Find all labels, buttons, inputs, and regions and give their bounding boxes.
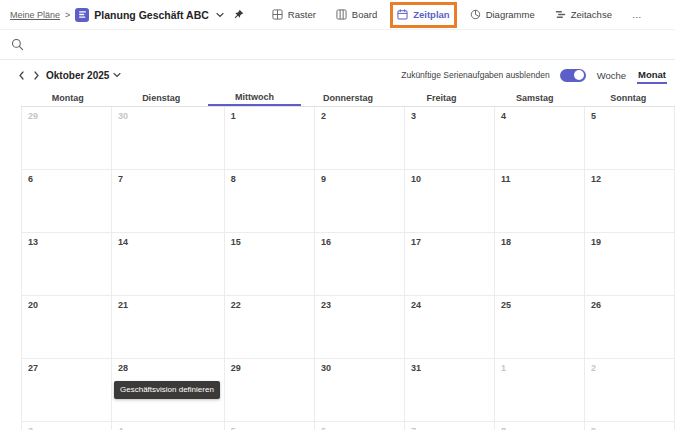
day-cell[interactable]: 4 xyxy=(112,422,225,430)
day-cell[interactable]: 6 xyxy=(315,422,405,430)
tab-zeitachse[interactable]: Zeitachse xyxy=(555,0,612,30)
date-number: 2 xyxy=(321,111,400,121)
date-number: 4 xyxy=(501,111,580,121)
day-cell[interactable]: 29 xyxy=(225,359,315,422)
day-cell[interactable]: 20 xyxy=(22,296,112,359)
date-number: 4 xyxy=(118,426,220,430)
day-header-dienstag: Dienstag xyxy=(114,90,207,106)
hide-recurring-label: Zukünftige Serienaufgaben ausblenden xyxy=(401,70,549,80)
day-cell[interactable]: 3 xyxy=(22,422,112,430)
date-number: 21 xyxy=(118,300,220,310)
next-month-chevron-right-icon[interactable] xyxy=(31,71,42,80)
tab-board[interactable]: Board xyxy=(336,0,377,30)
day-cell[interactable]: 5 xyxy=(585,107,675,170)
day-cell[interactable]: 24 xyxy=(405,296,495,359)
day-cell[interactable]: 27 xyxy=(22,359,112,422)
plan-menu-chevron-down-icon[interactable] xyxy=(214,12,226,18)
day-header-mittwoch-today: Mittwoch xyxy=(208,90,301,106)
day-cell[interactable]: 8 xyxy=(225,170,315,233)
date-number: 14 xyxy=(118,237,220,247)
day-cell[interactable]: 2 xyxy=(315,107,405,170)
date-number: 20 xyxy=(28,300,107,310)
day-cell[interactable]: 4 xyxy=(495,107,585,170)
active-tab-underline xyxy=(395,25,451,27)
prev-month-chevron-left-icon[interactable] xyxy=(16,71,27,80)
day-cell[interactable]: 31 xyxy=(405,359,495,422)
day-cell[interactable]: 7 xyxy=(112,170,225,233)
tab-raster-label: Raster xyxy=(288,9,316,20)
day-cell[interactable]: 3 xyxy=(405,107,495,170)
day-cell[interactable]: 16 xyxy=(315,233,405,296)
day-cell[interactable]: 9 xyxy=(585,422,675,430)
date-number: 11 xyxy=(501,174,580,184)
day-cell[interactable]: 30 xyxy=(315,359,405,422)
view-week-button[interactable]: Woche xyxy=(596,68,627,83)
date-number: 6 xyxy=(28,174,107,184)
tab-diagramme-label: Diagramme xyxy=(486,9,535,20)
view-month-button[interactable]: Monat xyxy=(637,67,667,84)
date-number: 24 xyxy=(411,300,490,310)
day-cell[interactable]: 28 Geschäftsvision definieren xyxy=(112,359,225,422)
day-cell[interactable]: 29 xyxy=(22,107,112,170)
date-number: 18 xyxy=(501,237,580,247)
date-number: 17 xyxy=(411,237,490,247)
day-cell[interactable]: 6 xyxy=(22,170,112,233)
day-cell[interactable]: 10 xyxy=(405,170,495,233)
day-cell[interactable]: 25 xyxy=(495,296,585,359)
day-cell[interactable]: 5 xyxy=(225,422,315,430)
date-number: 25 xyxy=(501,300,580,310)
date-number: 1 xyxy=(231,111,310,121)
day-cell[interactable]: 1 xyxy=(225,107,315,170)
plan-app-icon xyxy=(75,8,89,22)
date-number: 27 xyxy=(28,363,107,373)
day-header-samstag: Samstag xyxy=(488,90,581,106)
day-cell[interactable]: 7 xyxy=(405,422,495,430)
tab-zeitplan[interactable]: Zeitplan xyxy=(397,0,449,30)
day-cell[interactable]: 21 xyxy=(112,296,225,359)
date-number: 3 xyxy=(28,426,107,430)
date-number: 9 xyxy=(591,426,670,430)
day-cell[interactable]: 14 xyxy=(112,233,225,296)
day-cell[interactable]: 18 xyxy=(495,233,585,296)
search-icon[interactable] xyxy=(9,38,26,51)
toggle-knob xyxy=(574,70,584,80)
calendar-icon xyxy=(397,9,408,20)
date-number: 23 xyxy=(321,300,400,310)
day-cell[interactable]: 22 xyxy=(225,296,315,359)
search-bar xyxy=(0,30,675,60)
day-cell[interactable]: 13 xyxy=(22,233,112,296)
tab-diagramme[interactable]: Diagramme xyxy=(470,0,535,30)
date-number: 2 xyxy=(591,363,670,373)
day-cell[interactable]: 17 xyxy=(405,233,495,296)
breadcrumb-my-plans-link[interactable]: Meine Pläne xyxy=(10,10,60,20)
day-cell[interactable]: 23 xyxy=(315,296,405,359)
tab-more[interactable]: … xyxy=(632,0,642,30)
date-number: 15 xyxy=(231,237,310,247)
day-header-sonntag: Sonntag xyxy=(582,90,675,106)
date-number: 10 xyxy=(411,174,490,184)
day-cell[interactable]: 26 xyxy=(585,296,675,359)
timeline-icon xyxy=(555,9,566,20)
date-number: 7 xyxy=(118,174,220,184)
day-cell[interactable]: 9 xyxy=(315,170,405,233)
date-number: 1 xyxy=(501,363,580,373)
day-cell[interactable]: 11 xyxy=(495,170,585,233)
day-header-montag: Montag xyxy=(21,90,114,106)
date-number: 9 xyxy=(321,174,400,184)
day-cell[interactable]: 1 xyxy=(495,359,585,422)
period-label: Oktober 2025 xyxy=(46,70,109,81)
tab-board-label: Board xyxy=(352,9,377,20)
period-selector[interactable]: Oktober 2025 xyxy=(46,70,121,81)
hide-recurring-toggle[interactable] xyxy=(560,69,586,82)
task-chip[interactable]: Geschäftsvision definieren xyxy=(114,381,220,399)
day-cell[interactable]: 19 xyxy=(585,233,675,296)
day-cell[interactable]: 12 xyxy=(585,170,675,233)
day-cell[interactable]: 2 xyxy=(585,359,675,422)
date-number: 30 xyxy=(321,363,400,373)
tab-raster[interactable]: Raster xyxy=(272,0,316,30)
pin-icon[interactable] xyxy=(231,9,246,20)
day-cell[interactable]: 30 xyxy=(112,107,225,170)
date-number: 22 xyxy=(231,300,310,310)
day-cell[interactable]: 15 xyxy=(225,233,315,296)
day-cell[interactable]: 8 xyxy=(495,422,585,430)
